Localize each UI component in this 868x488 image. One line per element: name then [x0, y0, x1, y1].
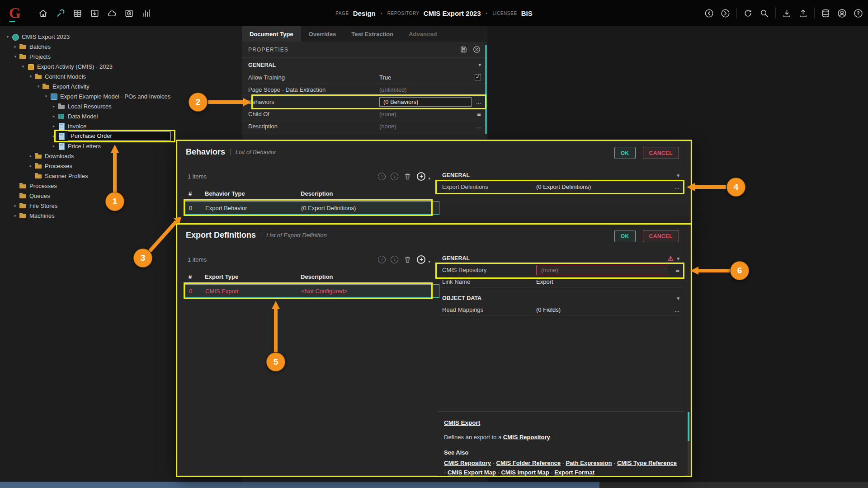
chevron-down-icon[interactable]: ▾: [677, 296, 679, 301]
help-title[interactable]: CMIS Export: [444, 418, 480, 427]
move-up-icon[interactable]: ↑: [378, 256, 386, 263]
batch-schedule-icon[interactable]: [124, 8, 134, 19]
prop-row-description[interactable]: Description(none)...: [242, 120, 487, 132]
prop-row-allow-training[interactable]: Allow TrainingTrue: [242, 71, 487, 84]
grooper-logo-icon[interactable]: G: [7, 5, 23, 21]
collapse-arrow-icon[interactable]: ▾: [28, 74, 34, 79]
tree-item-purchase-order[interactable]: ▸Purchase Order: [0, 131, 242, 141]
download-icon[interactable]: [782, 8, 792, 19]
tab-test-extraction[interactable]: Test Extraction: [344, 26, 401, 42]
section-general[interactable]: GENERAL ⚠ ▾: [438, 253, 684, 264]
help-scrollbar-thumb[interactable]: [688, 412, 689, 441]
home-icon[interactable]: [38, 8, 48, 19]
tree-item-export-activity[interactable]: ▾Export Activity: [0, 81, 242, 91]
ellipsis-button[interactable]: ...: [476, 99, 481, 105]
expand-arrow-icon[interactable]: ▸: [12, 213, 19, 218]
stats-icon[interactable]: [141, 8, 151, 19]
tab-overrides[interactable]: Overrides: [301, 26, 344, 42]
move-down-icon[interactable]: ↓: [391, 173, 398, 180]
list-row-cmis-export[interactable]: 0CMIS Export<Not Configured>: [185, 284, 439, 298]
close-icon[interactable]: [472, 45, 481, 54]
ok-button[interactable]: OK: [614, 147, 636, 159]
help-link-cmis-type-reference[interactable]: CMIS Type Reference: [617, 460, 677, 466]
chevron-down-icon[interactable]: ▾: [677, 256, 679, 262]
user-icon[interactable]: [837, 8, 847, 19]
tab-advanced[interactable]: Advanced: [401, 26, 444, 42]
chevron-down-icon[interactable]: ▾: [478, 62, 481, 68]
help-link-export-format[interactable]: Export Format: [554, 469, 594, 476]
tools-icon[interactable]: [55, 8, 66, 19]
tree-item-projects[interactable]: ▾Projects: [0, 52, 242, 61]
forward-icon[interactable]: [720, 8, 731, 19]
add-dropdown-icon[interactable]: ▾: [428, 259, 430, 264]
expand-arrow-icon[interactable]: ▸: [28, 164, 34, 168]
database-icon[interactable]: [821, 8, 831, 19]
help-link-path-expression[interactable]: Path Expression: [566, 460, 612, 466]
expand-arrow-icon[interactable]: ▸: [51, 134, 57, 138]
tab-document-type[interactable]: Document Type: [242, 26, 301, 42]
help-icon[interactable]: ?: [853, 8, 863, 19]
properties-scrollbar[interactable]: [485, 45, 487, 134]
batch-process-icon[interactable]: [90, 8, 100, 19]
move-down-icon[interactable]: ↓: [391, 256, 398, 263]
expand-arrow-icon[interactable]: ▸: [28, 154, 34, 158]
refresh-icon[interactable]: [743, 8, 753, 19]
cloud-icon[interactable]: [107, 8, 117, 19]
section-general[interactable]: GENERAL ▾: [242, 58, 487, 71]
menu-button[interactable]: ≡: [477, 110, 481, 118]
ok-button[interactable]: OK: [614, 230, 636, 242]
expand-arrow-icon[interactable]: ▸: [51, 104, 57, 108]
expand-arrow-icon[interactable]: ▸: [51, 144, 57, 148]
delete-icon[interactable]: [403, 172, 412, 181]
prop-row-cmis-repository[interactable]: CMIS Repository(none)≡: [438, 264, 684, 276]
ellipsis-button[interactable]: ...: [675, 183, 679, 190]
prop-row-page-scope-data-extraction[interactable]: Page Scope - Data Extraction(unlimited): [242, 84, 487, 96]
expand-arrow-icon[interactable]: ▸: [51, 114, 57, 118]
back-icon[interactable]: [704, 8, 714, 19]
repository-value[interactable]: CMIS Export 2023: [424, 9, 481, 17]
save-icon[interactable]: [459, 45, 468, 54]
section-object-data[interactable]: OBJECT DATA ▾: [438, 292, 684, 304]
collapse-arrow-icon[interactable]: ▾: [43, 94, 49, 99]
cancel-button[interactable]: CANCEL: [643, 230, 679, 242]
prop-row-export-definitions[interactable]: Export Definitions(0 Export Definitions)…: [438, 181, 684, 193]
tree-item-export-activity-cmis-2023[interactable]: ▾Export Activity (CMIS) - 2023: [0, 61, 242, 71]
help-link-cmis-repository[interactable]: CMIS Repository: [503, 434, 550, 441]
licensee-value[interactable]: BIS: [521, 9, 533, 17]
search-icon[interactable]: [759, 8, 769, 19]
prop-row-child-of[interactable]: Child Of(none)≡: [242, 108, 487, 120]
prop-row-behaviors[interactable]: Behaviors(0 Behaviors)...: [242, 96, 487, 108]
page-value[interactable]: Design: [353, 9, 376, 17]
upload-icon[interactable]: [798, 8, 808, 19]
expand-arrow-icon[interactable]: ▸: [12, 203, 19, 208]
property-value-box[interactable]: (none): [536, 265, 668, 275]
prop-row-read-mappings[interactable]: Read Mappings(0 Fields)...: [438, 304, 684, 316]
delete-icon[interactable]: [403, 255, 412, 264]
tree-item-content-models[interactable]: ▾Content Models: [0, 71, 242, 81]
help-link-cmis-folder-reference[interactable]: CMIS Folder Reference: [496, 460, 561, 466]
menu-button[interactable]: ≡: [675, 266, 679, 274]
help-link-cmis-import-map[interactable]: CMIS Import Map: [501, 469, 549, 476]
move-up-icon[interactable]: ↑: [378, 173, 386, 180]
checkbox-checked[interactable]: [475, 74, 481, 80]
expand-arrow-icon[interactable]: ▸: [12, 44, 19, 49]
cancel-button[interactable]: CANCEL: [643, 147, 679, 159]
batches-icon[interactable]: [72, 8, 83, 19]
tree-item-invoice[interactable]: ▸Invoice: [0, 121, 242, 131]
section-general[interactable]: GENERAL ▾: [438, 169, 684, 181]
add-icon[interactable]: +: [417, 172, 425, 181]
add-dropdown-icon[interactable]: ▾: [428, 176, 430, 181]
add-icon[interactable]: +: [417, 255, 425, 264]
help-link-cmis-repository[interactable]: CMIS Repository: [444, 460, 491, 466]
prop-row-link-name[interactable]: Link NameExport: [438, 276, 684, 288]
collapse-arrow-icon[interactable]: ▾: [35, 84, 42, 89]
property-value-box[interactable]: (0 Behaviors): [379, 97, 472, 107]
tree-item-data-model[interactable]: ▸Data Model: [0, 111, 242, 121]
tree-item-cmis-export-2023[interactable]: ▾CMIS Export 2023: [0, 32, 242, 42]
expand-arrow-icon[interactable]: ▸: [51, 124, 57, 128]
collapse-arrow-icon[interactable]: ▾: [20, 64, 26, 69]
chevron-down-icon[interactable]: ▾: [677, 173, 679, 178]
ellipsis-button[interactable]: ...: [675, 306, 679, 313]
ellipsis-button[interactable]: ...: [476, 123, 481, 130]
list-row-export-behavior[interactable]: 0Export Behavior(0 Export Definitions): [185, 201, 439, 215]
